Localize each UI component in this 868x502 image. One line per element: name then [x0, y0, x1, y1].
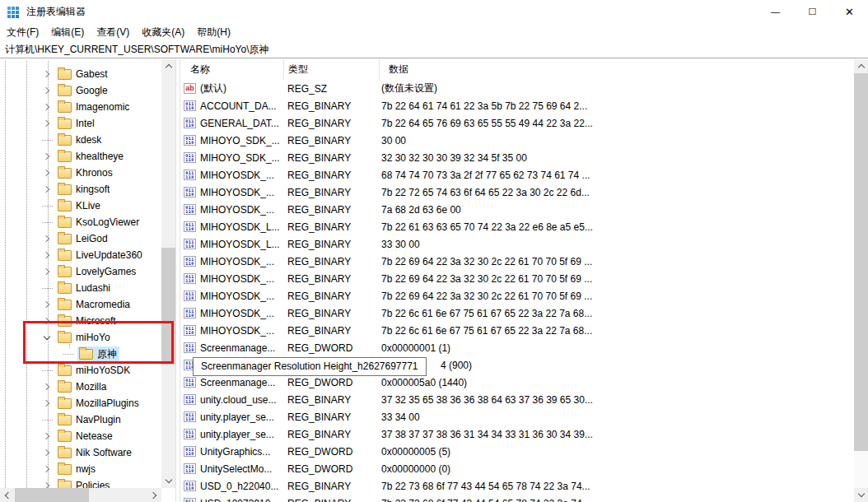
menu-item-v[interactable]: 查看(V)	[96, 26, 129, 40]
list-row[interactable]: 011110GENERAL_DAT...REG_BINARY7b 22 64 6…	[180, 114, 854, 132]
tree-item-mozilla[interactable]: Mozilla	[0, 379, 161, 395]
list-rows: ab(默认)REG_SZ(数值未设置)011110ACCOUNT_DA...RE…	[180, 80, 854, 502]
scroll-up-arrow-icon[interactable]	[161, 59, 175, 73]
list-row[interactable]: 011110MIHOYOSDK_...REG_BINARY7b 22 6c 61…	[180, 304, 854, 322]
tree-item-mozillaplugins[interactable]: MozillaPlugins	[0, 395, 161, 411]
minimize-button[interactable]: —	[757, 0, 794, 23]
list-row[interactable]: 011110MIHOYOSDK_...REG_BINARY7b 22 69 64…	[180, 287, 854, 304]
tree-item-imagenomic[interactable]: Imagenomic	[0, 99, 161, 115]
tree-item-lovelygames[interactable]: LovelyGames	[0, 263, 161, 280]
scroll-down-arrow-icon[interactable]	[161, 474, 175, 488]
tree-item-mihoyosdk[interactable]: miHoYoSDK	[0, 362, 161, 379]
expand-toggle[interactable]	[40, 397, 54, 409]
scroll-down-arrow-icon[interactable]	[854, 488, 868, 502]
menu-item-h[interactable]: 帮助(H)	[197, 26, 231, 40]
list-row[interactable]: 011110MIHOYO_SDK_...REG_BINARY30 00	[180, 132, 854, 149]
tree-item-label: Microsoft	[76, 315, 116, 327]
tree-scrollbar-thumb[interactable]	[161, 248, 175, 365]
close-button[interactable]: ✕	[831, 0, 868, 23]
list-row[interactable]: 011110MIHOYOSDK_...REG_BINARY7a 68 2d 63…	[180, 201, 854, 218]
binary-value-icon: 011110	[184, 118, 196, 128]
list-row[interactable]: 011110MIHOYOSDK_...REG_BINARY7b 22 6c 61…	[180, 322, 854, 339]
tree-item-microsoft[interactable]: Microsoft	[0, 313, 161, 329]
tree-item-ksologviewer[interactable]: KsoLogViewer	[0, 214, 161, 230]
list-row[interactable]: 011110ACCOUNT_DA...REG_BINARY7b 22 64 61…	[180, 97, 854, 114]
tree-item-nwjs[interactable]: nwjs	[0, 461, 161, 477]
value-data: 7b 22 6c 61 6e 67 75 61 67 65 22 3a 22 7…	[379, 308, 854, 319]
expand-toggle[interactable]	[40, 381, 54, 393]
list-row[interactable]: 011110Screenmanage...REG_DWORD0x000005a0…	[180, 374, 854, 391]
expand-toggle[interactable]	[40, 233, 54, 244]
list-row[interactable]: 011110MIHOYO_SDK_...REG_BINARY32 30 32 3…	[180, 149, 854, 166]
scroll-left-arrow-icon[interactable]	[0, 488, 14, 502]
expand-toggle[interactable]	[40, 167, 54, 179]
tree-item-netease[interactable]: Netease	[0, 428, 161, 444]
tree-horizontal-scrollbar[interactable]	[0, 488, 161, 502]
list-row[interactable]: 011110unity.cloud_use...REG_BINARY37 32 …	[180, 391, 854, 408]
tree-item-navplugin[interactable]: NavPlugin	[0, 411, 161, 428]
tree-item-kingsoft[interactable]: kingsoft	[0, 181, 161, 198]
expand-toggle[interactable]	[40, 463, 54, 475]
list-row[interactable]: 011110MIHOYOSDK_...REG_BINARY7b 22 69 64…	[180, 253, 854, 270]
list-row[interactable]: 011110USD_10073910...REG_BINARY7b 22 73 …	[180, 495, 854, 502]
expand-toggle[interactable]	[40, 85, 54, 96]
tree-item-leigod[interactable]: LeiGod	[0, 230, 161, 247]
tree-item-gabest[interactable]: Gabest	[0, 66, 161, 82]
expand-toggle[interactable]	[40, 299, 54, 310]
list-row[interactable]: ab(默认)REG_SZ(数值未设置)	[180, 80, 854, 97]
list-row[interactable]: 011110unity.player_se...REG_BINARY33 34 …	[180, 408, 854, 425]
tree-item-macromedia[interactable]: Macromedia	[0, 296, 161, 313]
expand-toggle[interactable]	[40, 480, 54, 488]
folder-icon	[58, 168, 72, 179]
column-header-1[interactable]: 类型	[283, 59, 379, 80]
expand-toggle[interactable]	[40, 118, 54, 129]
menu-item-a[interactable]: 收藏夹(A)	[142, 26, 184, 40]
list-row[interactable]: 011110MIHOYOSDK_...REG_BINARY7b 22 72 65…	[180, 184, 854, 201]
menu-item-e[interactable]: 编辑(E)	[51, 26, 84, 40]
list-row[interactable]: 011110UnityGraphics...REG_DWORD0x0000000…	[180, 443, 854, 460]
list-row[interactable]: 011110MIHOYOSDK_...REG_BINARY68 74 74 70…	[180, 166, 854, 184]
list-row[interactable]: 011110MIHOYOSDK_...REG_BINARY7b 22 69 64…	[180, 270, 854, 287]
tree-vertical-scrollbar[interactable]	[161, 59, 175, 488]
expand-toggle[interactable]	[40, 151, 54, 162]
scroll-up-arrow-icon[interactable]	[854, 59, 868, 73]
expand-toggle[interactable]	[40, 315, 54, 327]
tree-item-google[interactable]: Google	[0, 82, 161, 99]
expand-toggle[interactable]	[40, 68, 54, 80]
column-header-0[interactable]: 名称	[180, 59, 283, 80]
menu-item-f[interactable]: 文件(F)	[7, 26, 39, 40]
scroll-right-arrow-icon[interactable]	[147, 488, 161, 502]
tree-hscrollbar-thumb[interactable]	[15, 488, 89, 502]
list-row[interactable]: 011110UnitySelectMo...REG_DWORD0x0000000…	[180, 460, 854, 477]
list-vertical-scrollbar[interactable]	[854, 59, 868, 502]
list-row[interactable]: 011110MIHOYOSDK_L...REG_BINARY7b 22 61 6…	[180, 218, 854, 235]
expand-toggle[interactable]	[40, 430, 54, 442]
expand-toggle[interactable]	[40, 184, 54, 195]
expand-toggle[interactable]	[40, 332, 54, 343]
tree-item-klive[interactable]: KLive	[0, 198, 161, 214]
tree-item-policies[interactable]: Policies	[0, 477, 161, 488]
list-row[interactable]: 011110Screenmanage...REG_DWORD0x00000001…	[180, 339, 854, 356]
list-row[interactable]: 011110MIHOYOSDK_L...REG_BINARY33 30 00	[180, 235, 854, 253]
value-name: GENERAL_DAT...	[200, 118, 279, 129]
list-row[interactable]: 011110unity.player_se...REG_BINARY37 38 …	[180, 425, 854, 443]
address-input[interactable]: 计算机\HKEY_CURRENT_USER\SOFTWARE\miHoYo\原神	[5, 43, 269, 57]
maximize-button[interactable]: ☐	[794, 0, 831, 23]
tree-item-intel[interactable]: Intel	[0, 115, 161, 132]
column-header-2[interactable]: 数据	[379, 59, 854, 80]
list-scrollbar-thumb[interactable]	[854, 73, 868, 451]
tree-item-mihoyo[interactable]: miHoYo	[0, 329, 161, 346]
tree-item-item[interactable]: 原神	[0, 346, 161, 362]
tree-item-body: Google	[56, 84, 110, 97]
expand-toggle[interactable]	[40, 447, 54, 458]
tree-item-nik-software[interactable]: Nik Software	[0, 444, 161, 461]
list-row[interactable]: 011110USD_0_h22040...REG_BINARY7b 22 73 …	[180, 477, 854, 495]
expand-toggle[interactable]	[40, 266, 54, 277]
expand-toggle[interactable]	[40, 249, 54, 261]
tree-item-khealtheye[interactable]: khealtheye	[0, 148, 161, 165]
tree-item-kdesk[interactable]: kdesk	[0, 132, 161, 148]
tree-item-khronos[interactable]: Khronos	[0, 165, 161, 181]
expand-toggle[interactable]	[40, 101, 54, 113]
tree-item-ludashi[interactable]: Ludashi	[0, 280, 161, 296]
tree-item-liveupdate360[interactable]: LiveUpdate360	[0, 247, 161, 263]
